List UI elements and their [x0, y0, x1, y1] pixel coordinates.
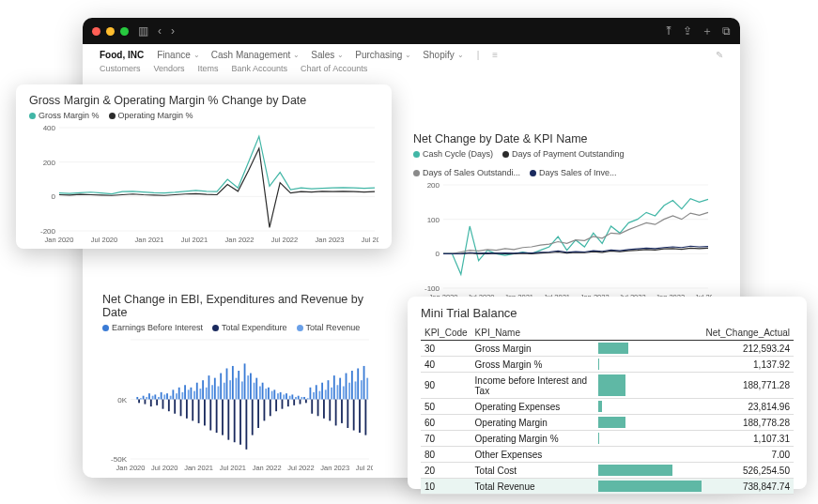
table-row[interactable]: 40Gross Margin %1,137.92: [421, 357, 794, 373]
svg-text:200: 200: [427, 181, 440, 190]
svg-rect-143: [241, 381, 243, 399]
table-column-header[interactable]: [598, 326, 702, 341]
svg-rect-70: [280, 392, 282, 400]
svg-rect-59: [214, 378, 216, 400]
menu-item[interactable]: Shopify ⌄: [423, 50, 463, 60]
svg-text:0: 0: [52, 192, 56, 201]
submenu-item[interactable]: Bank Accounts: [232, 64, 288, 73]
svg-rect-132: [176, 393, 177, 399]
legend-item[interactable]: Gross Margin %: [29, 111, 100, 120]
table-header-row: KPI_CodeKPI_NameNet_Change_Actual: [421, 326, 794, 341]
cell-value: 1,107.31: [702, 431, 794, 447]
chart-legend: Gross Margin %Operating Margin %: [29, 111, 378, 120]
svg-text:-200: -200: [40, 227, 56, 236]
svg-rect-108: [270, 400, 271, 417]
submenu-item[interactable]: Customers: [100, 64, 141, 73]
svg-rect-91: [168, 400, 170, 412]
menu-item[interactable]: Sales ⌄: [311, 50, 344, 60]
legend-item[interactable]: Total Revenue: [297, 323, 361, 332]
edit-icon[interactable]: ✎: [716, 50, 723, 60]
svg-rect-115: [311, 400, 313, 414]
minimize-icon[interactable]: [106, 27, 115, 36]
cell-bar: [598, 463, 702, 479]
table-row[interactable]: 50Operating Expenses23,814.96: [421, 399, 794, 415]
svg-rect-136: [199, 389, 201, 399]
svg-rect-112: [293, 400, 295, 405]
legend-item[interactable]: Days Sales of Inve...: [530, 168, 617, 177]
sidebar-toggle-icon[interactable]: ▥: [138, 25, 148, 37]
svg-rect-88: [150, 400, 152, 407]
svg-rect-111: [287, 400, 289, 407]
add-icon[interactable]: ＋: [702, 25, 713, 37]
menu-item[interactable]: Finance ⌄: [157, 50, 200, 60]
cell-name: Operating Margin: [471, 415, 599, 431]
svg-rect-137: [206, 388, 208, 400]
legend-item[interactable]: Days of Payment Outstanding: [502, 149, 625, 159]
svg-rect-107: [264, 400, 266, 421]
svg-rect-100: [222, 400, 224, 435]
svg-text:Jul 2021: Jul 2021: [220, 464, 246, 472]
forward-icon[interactable]: ›: [171, 25, 175, 37]
menu-item[interactable]: Purchasing ⌄: [355, 50, 411, 60]
submenu-item[interactable]: Vendors: [154, 64, 185, 73]
svg-rect-129: [158, 397, 160, 400]
table-row[interactable]: 20Total Cost526,254.50: [421, 463, 794, 479]
svg-text:0: 0: [436, 250, 440, 258]
chart-canvas: -50K0KJan 2020Jul 2020Jan 2021Jul 2021Ja…: [102, 336, 373, 472]
legend-item[interactable]: Days of Sales Outstandi...: [413, 168, 520, 177]
cell-name: Gross Margin %: [471, 357, 599, 373]
submenu-item[interactable]: Items: [198, 64, 219, 73]
cell-code: 60: [421, 415, 471, 431]
table-column-header[interactable]: KPI_Name: [471, 326, 599, 341]
svg-rect-139: [218, 387, 220, 400]
copy-icon[interactable]: ⧉: [722, 25, 731, 37]
table-title: Mini Trial Balance: [421, 306, 794, 320]
svg-rect-74: [303, 397, 305, 400]
chart-card-ebi: Net Change in EBI, Expenditures and Reve…: [97, 289, 378, 467]
cell-value: 1,137.92: [702, 357, 794, 373]
table-row[interactable]: 10Total Revenue738,847.74: [421, 479, 794, 495]
svg-rect-153: [301, 397, 302, 400]
close-icon[interactable]: [92, 27, 100, 36]
svg-text:Jul 2020: Jul 2020: [91, 236, 117, 244]
svg-rect-126: [140, 398, 142, 399]
svg-text:Jan 2020: Jan 2020: [45, 236, 74, 244]
svg-text:Jan 2022: Jan 2022: [253, 464, 282, 472]
svg-rect-150: [283, 394, 285, 399]
titlebar: ▥ ‹ › ⤒ ⇪ ＋ ⧉: [83, 18, 740, 44]
svg-rect-156: [318, 391, 320, 400]
table-column-header[interactable]: Net_Change_Actual: [702, 326, 794, 341]
upload-icon[interactable]: ⤒: [664, 25, 673, 37]
svg-rect-151: [289, 396, 291, 400]
svg-rect-68: [268, 388, 270, 400]
menu-item[interactable]: Cash Management ⌄: [211, 50, 301, 60]
svg-rect-80: [339, 378, 341, 400]
legend-item[interactable]: Cash Cycle (Days): [413, 149, 493, 159]
svg-rect-120: [341, 400, 343, 423]
legend-item[interactable]: Earnings Before Interest: [102, 323, 203, 332]
svg-rect-138: [211, 385, 213, 399]
svg-text:400: 400: [43, 124, 56, 132]
svg-text:Jul 2020: Jul 2020: [151, 464, 177, 472]
svg-rect-46: [136, 397, 138, 400]
maximize-icon[interactable]: [120, 27, 129, 36]
cell-code: 30: [421, 341, 471, 357]
cell-value: 188,771.28: [702, 373, 794, 399]
table-row[interactable]: 70Operating Margin %1,107.31: [421, 431, 794, 447]
cell-bar: [598, 447, 702, 463]
legend-item[interactable]: Operating Margin %: [109, 111, 193, 120]
table-row[interactable]: 30Gross Margin212,593.24: [421, 341, 794, 357]
back-icon[interactable]: ‹: [158, 25, 162, 37]
table-row[interactable]: 90Income before Interest and Tax188,771.…: [421, 373, 794, 399]
table-row[interactable]: 80Other Expenses7.00: [421, 447, 794, 463]
table-row[interactable]: 60Operating Margin188,778.28: [421, 415, 794, 431]
submenu-item[interactable]: Chart of Accounts: [301, 64, 367, 73]
svg-rect-149: [277, 393, 279, 399]
table-column-header[interactable]: KPI_Code: [421, 326, 471, 341]
svg-rect-96: [198, 400, 200, 423]
legend-item[interactable]: Total Expenditure: [212, 323, 287, 332]
svg-rect-128: [152, 396, 154, 400]
svg-rect-145: [254, 383, 255, 400]
svg-rect-118: [329, 400, 331, 421]
share-icon[interactable]: ⇪: [683, 25, 692, 37]
